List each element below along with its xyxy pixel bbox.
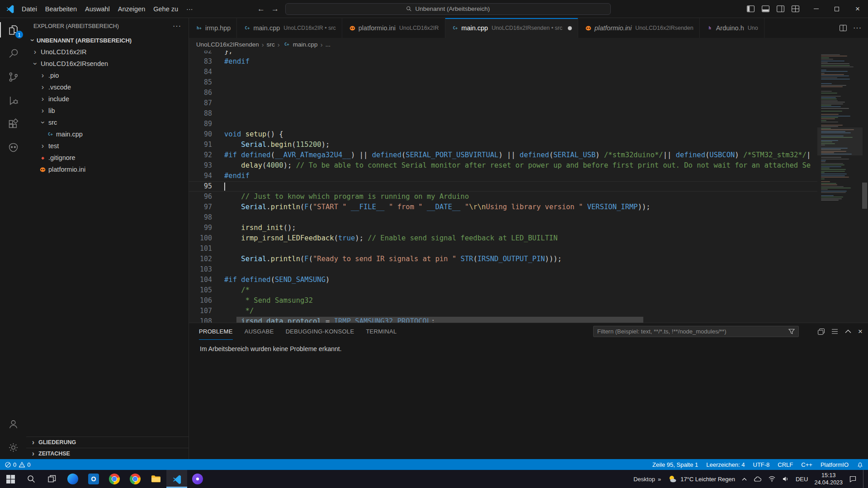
line-number[interactable]: 87 [189, 98, 224, 108]
status-encoding[interactable]: UTF-8 [753, 461, 770, 468]
code-line-99[interactable]: 99 irsnd_init(); [189, 223, 817, 233]
code-line-106[interactable]: 106 * Send Samsung32 [189, 296, 817, 306]
line-number[interactable]: 82 [189, 51, 224, 56]
menu-anzeigen[interactable]: Anzeigen [114, 3, 149, 15]
activitybar-run-debug[interactable] [0, 89, 26, 112]
tree-item-include[interactable]: ›include [26, 93, 189, 105]
taskbar-app-edge[interactable] [62, 470, 83, 488]
line-number[interactable]: 90 [189, 129, 224, 140]
toggle-panel-icon[interactable] [762, 5, 769, 12]
activitybar-platformio[interactable] [0, 136, 26, 159]
tree-item-pio[interactable]: ›.pio [26, 70, 189, 81]
clock[interactable]: 15:13 24.04.2023 [814, 472, 843, 487]
breadcrumb-item-unolcd16x2irsenden[interactable]: UnoLCD16x2IRsenden [196, 41, 259, 48]
editor-tab-main-cpp-3[interactable]: C+main.cppUnoLCD16x2IRsenden • src [445, 18, 578, 38]
breadcrumb-item-main-cpp[interactable]: main.cpp [293, 41, 318, 48]
line-number[interactable]: 107 [189, 306, 224, 316]
navigate-back-icon[interactable]: ← [257, 5, 265, 14]
code-line-104[interactable]: 104#if defined(SEND_SAMSUNG) [189, 275, 817, 285]
code-line-101[interactable]: 101 [189, 244, 817, 254]
code-line-95[interactable]: 95 [189, 181, 817, 192]
breadcrumb-item-src[interactable]: src [267, 41, 275, 48]
line-number[interactable]: 104 [189, 275, 224, 285]
tree-item-vscode[interactable]: ›.vscode [26, 81, 189, 93]
menu-auswahl[interactable]: Auswahl [81, 3, 114, 15]
taskbar-app-vscode[interactable] [166, 470, 187, 488]
panel-tab-ausgabe[interactable]: AUSGABE [245, 323, 274, 340]
network-wifi-icon[interactable] [768, 476, 776, 482]
line-number[interactable]: 88 [189, 108, 224, 119]
line-number[interactable]: 99 [189, 223, 224, 233]
code-line-91[interactable]: 91 Serial.begin(115200); [189, 140, 817, 150]
line-number[interactable]: 97 [189, 202, 224, 212]
taskbar-app-file-explorer[interactable] [146, 470, 166, 488]
minimap-viewport[interactable] [817, 127, 863, 155]
editor-tab-main-cpp-1[interactable]: C+main.cppUnoLCD16x2IR • src [237, 18, 342, 38]
tree-item-platformio-ini[interactable]: platformio.ini [26, 164, 189, 175]
menu-datei[interactable]: Datei [18, 3, 41, 15]
line-number[interactable]: 100 [189, 233, 224, 244]
customize-layout-icon[interactable] [792, 5, 799, 12]
taskbar-search-button[interactable] [21, 470, 42, 488]
menu-overflow[interactable]: ··· [182, 3, 197, 15]
code-line-88[interactable]: 88 [189, 108, 817, 119]
workspace-section-header[interactable]: › UNBENANNT (ARBEITSBEREICH) [26, 34, 189, 46]
navigate-forward-icon[interactable]: → [271, 5, 279, 14]
notifications-bell-icon[interactable] [857, 461, 863, 468]
volume-icon[interactable] [782, 476, 789, 482]
vertical-scrollbar[interactable] [862, 183, 867, 209]
line-number[interactable]: 95 [189, 181, 224, 192]
code-line-90[interactable]: 90void setup() { [189, 129, 817, 140]
editor-tab-platformio-ini-4[interactable]: platformio.iniUnoLCD16x2IRsenden [578, 18, 700, 38]
line-number[interactable]: 105 [189, 285, 224, 296]
panel-tab-debugging-konsole[interactable]: DEBUGGING-KONSOLE [286, 323, 354, 340]
taskbar-app-chrome-2[interactable] [125, 470, 146, 488]
code-line-103[interactable]: 103 [189, 264, 817, 275]
close-panel-icon[interactable]: × [858, 328, 863, 335]
line-number[interactable]: 86 [189, 88, 224, 98]
hidden-icons-chevron[interactable] [741, 477, 747, 482]
editor-more-actions-icon[interactable]: ··· [853, 24, 862, 32]
status-indentation[interactable]: Leerzeichen: 4 [706, 461, 745, 468]
action-center-icon[interactable] [849, 475, 857, 483]
code-line-105[interactable]: 105 /* [189, 285, 817, 296]
tree-item-src[interactable]: ›src [26, 117, 189, 128]
maximize-panel-icon[interactable] [845, 329, 851, 333]
line-number[interactable]: 102 [189, 254, 224, 264]
maximize-button[interactable] [826, 0, 847, 18]
tree-item-gitignore[interactable]: ◆.gitignore [26, 152, 189, 164]
code-line-100[interactable]: 100 irmp_irsnd_LEDFeedback(true); // Ena… [189, 233, 817, 244]
activitybar-extensions[interactable] [0, 112, 26, 136]
activitybar-account[interactable] [0, 412, 26, 436]
status-cursor-position[interactable]: Zeile 95, Spalte 1 [652, 461, 698, 468]
editor-tab-arduino-h-5[interactable]: hArduino.hUno [700, 18, 764, 38]
status-language-mode[interactable]: C++ [801, 461, 812, 468]
code-line-93[interactable]: 93 delay(4000); // To be able to connect… [189, 160, 817, 171]
line-number[interactable]: 93 [189, 160, 224, 171]
code-line-86[interactable]: 86 [189, 88, 817, 98]
tree-item-unolcd16x2irsenden[interactable]: ›UnoLCD16x2IRsenden [26, 58, 189, 70]
view-as-table-icon[interactable] [831, 328, 838, 334]
minimap[interactable] [817, 51, 868, 323]
onedrive-cloud-icon[interactable] [754, 476, 762, 482]
toggle-sidebar-icon[interactable] [747, 5, 755, 12]
line-number[interactable]: 108 [189, 316, 224, 323]
activitybar-source-control[interactable] [0, 65, 26, 89]
tree-item-unolcd16x2ir[interactable]: ›UnoLCD16x2IR [26, 46, 189, 58]
tree-item-main-cpp[interactable]: C+main.cpp [26, 128, 189, 140]
tree-item-lib[interactable]: ›lib [26, 105, 189, 117]
weather-widget[interactable]: 17°C Leichter Regen [667, 474, 735, 484]
code-editor[interactable]: 82};83#endif84858687888990void setup() {… [189, 51, 817, 323]
code-line-82[interactable]: 82}; [189, 51, 817, 56]
problems-filter-input[interactable] [597, 328, 786, 335]
close-button[interactable]: × [847, 0, 868, 18]
show-desktop-button[interactable] [863, 470, 865, 488]
explorer-more-actions-icon[interactable]: ··· [173, 22, 181, 30]
panel-tab-probleme[interactable]: PROBLEME [199, 323, 233, 340]
statusbar-problems[interactable]: 0 0 [5, 461, 30, 468]
line-number[interactable]: 91 [189, 140, 224, 150]
tree-item-test[interactable]: ›test [26, 140, 189, 152]
line-number[interactable]: 92 [189, 150, 224, 160]
line-number[interactable]: 96 [189, 192, 224, 202]
split-editor-icon[interactable] [840, 25, 847, 31]
